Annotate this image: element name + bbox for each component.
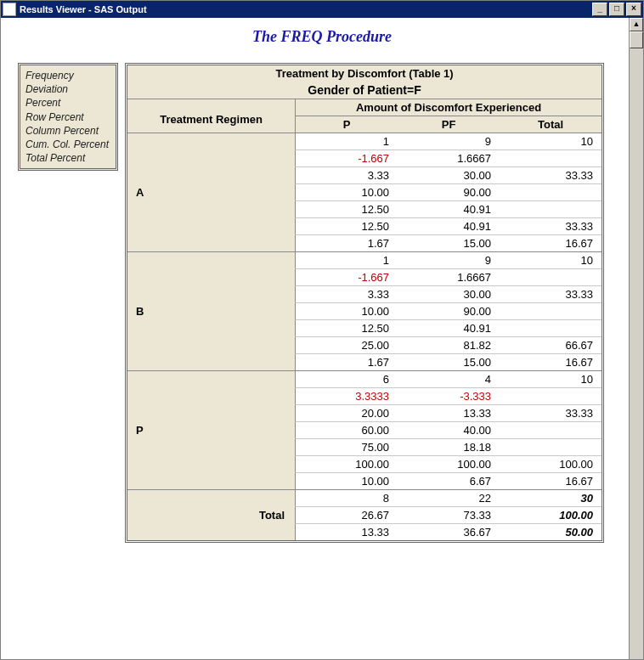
- cell-p: 60.00: [295, 421, 398, 438]
- maximize-button[interactable]: □: [609, 3, 624, 16]
- col-header: P: [295, 116, 398, 133]
- cell-total: [500, 183, 602, 200]
- cell-pf: 15.00: [398, 234, 500, 251]
- cell-total: 33.33: [500, 285, 602, 302]
- cell-p: 1.67: [295, 353, 398, 370]
- total-cell-p: 8: [295, 489, 398, 506]
- total-cell-total: 50.00: [500, 523, 602, 540]
- cell-p: 75.00: [295, 438, 398, 455]
- cell-total: 100.00: [500, 455, 602, 472]
- row-label: P: [127, 370, 295, 489]
- page-body: The FREQ Procedure Frequency Deviation P…: [1, 18, 643, 551]
- total-cell-p: 26.67: [295, 506, 398, 523]
- row-label: A: [127, 133, 295, 251]
- window-buttons: _ □ ×: [592, 3, 641, 16]
- cell-p: -1.667: [295, 268, 398, 285]
- table-row: A1910: [127, 133, 602, 149]
- legend-item: Cum. Col. Percent: [25, 138, 109, 151]
- cell-pf: 40.91: [398, 319, 500, 336]
- total-cell-pf: 73.33: [398, 506, 500, 523]
- cell-pf: 13.33: [398, 404, 500, 421]
- cell-p: 1: [295, 133, 398, 149]
- table-row: B1910: [127, 251, 602, 268]
- cell-p: 20.00: [295, 404, 398, 421]
- cell-total: 10: [500, 133, 602, 149]
- cell-total: 10: [500, 251, 602, 268]
- cell-total: [500, 319, 602, 336]
- col-header: PF: [398, 116, 500, 133]
- cell-total: 10: [500, 370, 602, 387]
- cell-total: [500, 149, 602, 166]
- total-cell-p: 13.33: [295, 523, 398, 540]
- app-window: Results Viewer - SAS Output _ □ × ▲ The …: [0, 0, 644, 660]
- close-button[interactable]: ×: [626, 3, 641, 16]
- crosstab-table: Treatment by Discomfort (Table 1) Gender…: [125, 63, 604, 543]
- cell-pf: 40.00: [398, 421, 500, 438]
- legend-item: Frequency: [25, 69, 109, 82]
- cell-pf: 30.00: [398, 166, 500, 183]
- cell-pf: 40.91: [398, 217, 500, 234]
- cell-pf: 40.91: [398, 200, 500, 217]
- cell-pf: 18.18: [398, 438, 500, 455]
- legend-item: Column Percent: [25, 124, 109, 138]
- total-row: Total82230: [127, 489, 602, 506]
- cell-total: 16.67: [500, 353, 602, 370]
- titlebar: Results Viewer - SAS Output _ □ ×: [1, 1, 643, 18]
- total-label: Total: [127, 489, 295, 540]
- app-icon: [3, 3, 16, 16]
- cell-pf: 9: [398, 251, 500, 268]
- cell-p: 12.50: [295, 217, 398, 234]
- row-var-label: Treatment Regimen: [127, 99, 295, 133]
- cell-p: 6: [295, 370, 398, 387]
- cell-pf: 90.00: [398, 183, 500, 200]
- window-title: Results Viewer - SAS Output: [20, 4, 147, 14]
- col-var-label: Amount of Discomfort Experienced: [295, 99, 602, 116]
- cell-p: 10.00: [295, 302, 398, 319]
- cell-p: 3.33: [295, 285, 398, 302]
- cell-pf: 90.00: [398, 302, 500, 319]
- table-row: P6410: [127, 370, 602, 387]
- cell-pf: 1.6667: [398, 149, 500, 166]
- cell-p: 3.3333: [295, 387, 398, 404]
- cell-pf: 1.6667: [398, 268, 500, 285]
- cell-p: 25.00: [295, 336, 398, 353]
- cell-total: 33.33: [500, 166, 602, 183]
- cell-total: 33.33: [500, 404, 602, 421]
- cell-p: -1.667: [295, 149, 398, 166]
- legend-item: Total Percent: [25, 151, 109, 165]
- cell-total: 66.67: [500, 336, 602, 353]
- scroll-thumb[interactable]: [630, 31, 643, 48]
- legend-item: Row Percent: [25, 110, 109, 124]
- cell-pf: 9: [398, 133, 500, 149]
- stat-legend: Frequency Deviation Percent Row Percent …: [18, 63, 118, 171]
- cell-pf: 15.00: [398, 353, 500, 370]
- cell-total: [500, 421, 602, 438]
- cell-p: 10.00: [295, 472, 398, 489]
- scroll-up-icon[interactable]: ▲: [630, 18, 643, 31]
- cell-p: 1: [295, 251, 398, 268]
- cell-total: [500, 302, 602, 319]
- cell-p: 12.50: [295, 319, 398, 336]
- cell-pf: 81.82: [398, 336, 500, 353]
- legend-item: Percent: [25, 96, 109, 110]
- table-caption: Treatment by Discomfort (Table 1): [127, 65, 602, 82]
- procedure-title: The FREQ Procedure: [18, 28, 626, 46]
- table-subcaption: Gender of Patient=F: [127, 82, 602, 99]
- row-label: B: [127, 251, 295, 370]
- cell-pf: 100.00: [398, 455, 500, 472]
- total-cell-total: 30: [500, 489, 602, 506]
- cell-total: [500, 387, 602, 404]
- cell-p: 10.00: [295, 183, 398, 200]
- legend-item: Deviation: [25, 82, 109, 96]
- cell-p: 100.00: [295, 455, 398, 472]
- total-cell-pf: 22: [398, 489, 500, 506]
- cell-p: 3.33: [295, 166, 398, 183]
- vertical-scrollbar[interactable]: ▲: [629, 18, 643, 659]
- cell-pf: 30.00: [398, 285, 500, 302]
- cell-pf: 6.67: [398, 472, 500, 489]
- cell-pf: -3.333: [398, 387, 500, 404]
- total-cell-pf: 36.67: [398, 523, 500, 540]
- total-cell-total: 100.00: [500, 506, 602, 523]
- minimize-button[interactable]: _: [592, 3, 607, 16]
- content-area: ▲ The FREQ Procedure Frequency Deviation…: [1, 18, 643, 659]
